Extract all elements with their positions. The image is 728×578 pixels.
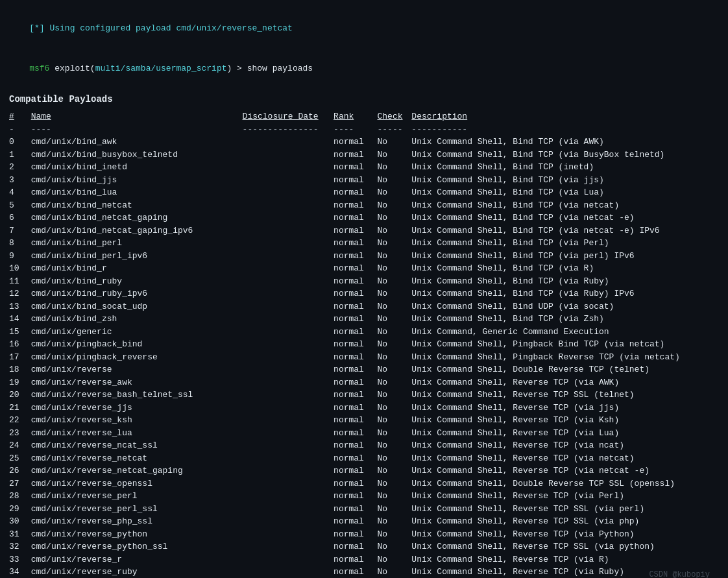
cell-name: cmd/unix/bind_inetd [31,161,243,174]
cell-num: 18 [9,363,31,376]
cell-date [243,287,334,300]
cell-check: No [378,553,412,566]
cell-date [243,224,334,237]
cell-rank: normal [334,237,377,250]
cell-num: 33 [9,553,31,566]
cell-rank: normal [334,503,377,516]
section-title-container: Compatible Payloads [9,93,719,106]
dash-rank: ---- [334,123,377,136]
cell-rank: normal [334,351,377,364]
cell-rank: normal [334,136,377,149]
cell-rank: normal [334,553,377,566]
cell-date [243,553,334,566]
cell-desc: Unix Command Shell, Bind TCP (inetd) [411,161,719,174]
cell-date [243,161,334,174]
cell-date [243,452,334,465]
cell-check: No [378,275,412,288]
cell-date [243,402,334,415]
dash-date: --------------- [243,123,334,136]
cell-name: cmd/unix/bind_r [31,262,243,275]
cell-num: 25 [9,452,31,465]
cell-date [243,414,334,427]
cell-date [243,174,334,187]
table-row: 34cmd/unix/reverse_rubynormalNoUnix Comm… [9,566,719,578]
cell-name: cmd/unix/reverse [31,363,243,376]
cell-rank: normal [334,313,377,326]
prompt-cmd-1: ) > show payloads [227,64,313,73]
cell-check: No [378,199,412,212]
table-row: 16cmd/unix/pingback_bindnormalNoUnix Com… [9,338,719,351]
cell-rank: normal [334,490,377,503]
cell-num: 11 [9,275,31,288]
cell-date [243,149,334,162]
cell-date [243,237,334,250]
table-row: 28cmd/unix/reverse_perlnormalNoUnix Comm… [9,490,719,503]
cell-name: cmd/unix/reverse_perl_ssl [31,503,243,516]
cell-rank: normal [334,275,377,288]
cell-desc: Unix Command Shell, Bind TCP (via netcat… [411,199,719,212]
prompt-exploit-1: exploit( [49,64,95,73]
cell-check: No [378,136,412,149]
cell-name: cmd/unix/bind_netcat_gaping_ipv6 [31,224,243,237]
payload-rows: 0cmd/unix/bind_awknormalNoUnix Command S… [9,136,719,578]
cell-num: 17 [9,351,31,364]
dash-num: - [9,123,31,136]
cell-desc: Unix Command Shell, Bind TCP (via Ruby) … [411,287,719,300]
cell-num: 23 [9,427,31,440]
table-row: 4cmd/unix/bind_luanormalNoUnix Command S… [9,186,719,199]
table-row: 18cmd/unix/reversenormalNoUnix Command S… [9,363,719,376]
cell-name: cmd/unix/bind_lua [31,186,243,199]
cell-num: 3 [9,174,31,187]
cell-num: 22 [9,414,31,427]
dash-desc: ----------- [411,123,719,136]
col-header-rank: Rank [334,110,377,123]
table-header-row: # Name Disclosure Date Rank Check Descri… [9,110,719,123]
cell-rank: normal [334,250,377,263]
cell-name: cmd/unix/reverse_bash_telnet_ssl [31,389,243,402]
cell-check: No [378,464,412,477]
table-row: 6cmd/unix/bind_netcat_gapingnormalNoUnix… [9,211,719,224]
cell-desc: Unix Command Shell, Reverse TCP (via Per… [411,490,719,503]
cell-desc: Unix Command Shell, Reverse TCP SSL (via… [411,515,719,528]
cell-check: No [378,262,412,275]
cell-name: cmd/unix/reverse_php_ssl [31,515,243,528]
cell-date [243,503,334,516]
cell-num: 30 [9,515,31,528]
cell-date [243,186,334,199]
cell-rank: normal [334,414,377,427]
cell-name: cmd/unix/reverse_lua [31,427,243,440]
table-row: 27cmd/unix/reverse_opensslnormalNoUnix C… [9,477,719,490]
cell-date [243,250,334,263]
cell-check: No [378,566,412,578]
cell-rank: normal [334,300,377,313]
table-row: 5cmd/unix/bind_netcatnormalNoUnix Comman… [9,199,719,212]
cell-date [243,262,334,275]
cell-name: cmd/unix/reverse_ruby [31,566,243,578]
cell-num: 2 [9,161,31,174]
header-text-1: [*] Using configured payload cmd/unix/re… [29,23,293,33]
header-line-1: [*] Using configured payload cmd/unix/re… [9,9,719,47]
cell-name: cmd/unix/reverse_ksh [31,414,243,427]
cell-num: 32 [9,540,31,553]
cell-desc: Unix Command Shell, Pingback Bind TCP (v… [411,338,719,351]
cell-name: cmd/unix/reverse_ncat_ssl [31,439,243,452]
cell-rank: normal [334,464,377,477]
cell-desc: Unix Command Shell, Reverse TCP (via Lua… [411,427,719,440]
table-row: 10cmd/unix/bind_rnormalNoUnix Command Sh… [9,262,719,275]
cell-check: No [378,528,412,541]
cell-check: No [378,414,412,427]
cell-check: No [378,161,412,174]
cell-date [243,136,334,149]
cell-desc: Unix Command Shell, Bind TCP (via jjs) [411,174,719,187]
cell-check: No [378,351,412,364]
cell-date [243,427,334,440]
cell-date [243,300,334,313]
cell-num: 19 [9,376,31,389]
cell-rank: normal [334,439,377,452]
cell-name: cmd/unix/bind_netcat_gaping [31,211,243,224]
cell-date [243,439,334,452]
table-row: 29cmd/unix/reverse_perl_sslnormalNoUnix … [9,503,719,516]
table-row: 11cmd/unix/bind_rubynormalNoUnix Command… [9,275,719,288]
cell-num: 1 [9,149,31,162]
cell-date [243,477,334,490]
